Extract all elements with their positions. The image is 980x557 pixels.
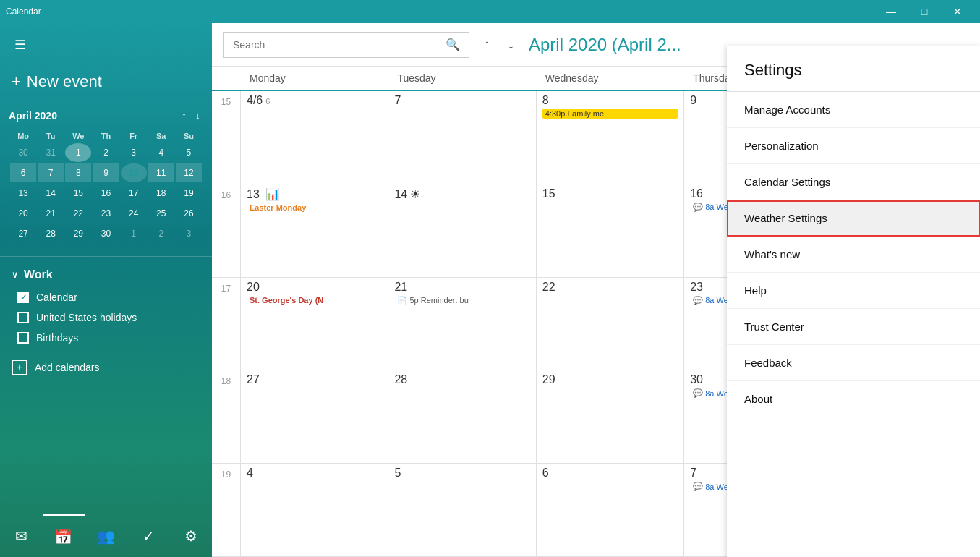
mini-cal-day[interactable]: 10 bbox=[121, 163, 147, 182]
mini-cal-next-button[interactable]: ↓ bbox=[192, 109, 203, 123]
mini-cal-day[interactable]: 14 bbox=[38, 184, 64, 203]
new-event-button[interactable]: + New event bbox=[0, 67, 212, 97]
week-number: 19 bbox=[212, 464, 241, 556]
calendar-event[interactable]: Easter Monday bbox=[247, 203, 382, 213]
mini-cal-day[interactable]: 12 bbox=[176, 163, 202, 182]
mini-cal-dow-sa: Sa bbox=[148, 130, 174, 142]
calendar-item[interactable]: Birthdays bbox=[6, 328, 206, 348]
calendar-day-cell[interactable]: 13📊Easter Monday bbox=[241, 184, 388, 277]
search-input[interactable] bbox=[233, 39, 446, 51]
close-button[interactable]: ✕ bbox=[941, 0, 974, 23]
calendar-nav-button[interactable]: 📅 bbox=[43, 514, 85, 557]
calendar-day-cell[interactable]: 20St. George's Day (N bbox=[241, 278, 388, 370]
nav-up-button[interactable]: ↑ bbox=[478, 34, 496, 55]
calendar-item[interactable]: United States holidays bbox=[6, 307, 206, 328]
mini-cal-day[interactable]: 3 bbox=[121, 143, 147, 162]
mini-cal-day[interactable]: 16 bbox=[93, 184, 119, 203]
mini-cal-day[interactable]: 29 bbox=[65, 224, 91, 243]
day-number-big: 21 bbox=[394, 281, 407, 294]
add-icon: + bbox=[12, 360, 27, 375]
mini-cal-day[interactable]: 1 bbox=[65, 143, 91, 162]
calendar-day-cell[interactable]: 14☀ bbox=[388, 184, 536, 277]
settings-menu-item[interactable]: Personalization bbox=[727, 128, 980, 164]
add-calendars-label: Add calendars bbox=[35, 362, 100, 373]
calendar-event[interactable]: 📄 5p Reminder: bu bbox=[394, 295, 529, 306]
mini-cal-day[interactable]: 15 bbox=[65, 184, 91, 203]
mini-cal-day[interactable]: 3 bbox=[176, 224, 202, 243]
calendar-event[interactable]: 4:30p Family me bbox=[542, 109, 678, 119]
mini-cal-day[interactable]: 22 bbox=[65, 204, 91, 223]
hamburger-button[interactable]: ☰ bbox=[12, 34, 29, 56]
calendar-day-cell[interactable]: 29 bbox=[537, 370, 684, 463]
calendar-day-cell[interactable]: 28 bbox=[388, 370, 536, 463]
day-number-big: 27 bbox=[247, 373, 260, 386]
mini-cal-day[interactable]: 18 bbox=[148, 184, 174, 203]
mini-cal-day[interactable]: 23 bbox=[93, 204, 119, 223]
mini-cal-day[interactable]: 30 bbox=[93, 224, 119, 243]
calendar-day-cell[interactable]: 84:30p Family me bbox=[537, 91, 684, 184]
calendar-day-cell[interactable]: 15 bbox=[537, 184, 684, 277]
mini-cal-day[interactable]: 5 bbox=[176, 143, 202, 162]
mini-cal-day[interactable]: 2 bbox=[148, 224, 174, 243]
calendar-event[interactable]: St. George's Day (N bbox=[247, 295, 382, 305]
calendar-day-cell[interactable]: 7 bbox=[388, 91, 536, 184]
plus-icon: + bbox=[12, 72, 21, 91]
settings-menu-item[interactable]: What's new bbox=[727, 237, 980, 273]
settings-menu-item[interactable]: Trust Center bbox=[727, 309, 980, 345]
mini-cal-day[interactable]: 25 bbox=[148, 204, 174, 223]
mini-cal-day[interactable]: 2 bbox=[93, 143, 119, 162]
settings-nav-button[interactable]: ⚙ bbox=[169, 514, 212, 557]
mini-cal-day[interactable]: 4 bbox=[148, 143, 174, 162]
minimize-button[interactable]: — bbox=[874, 0, 908, 23]
mini-cal-day[interactable]: 20 bbox=[10, 204, 36, 223]
mini-cal-prev-button[interactable]: ↑ bbox=[179, 109, 189, 123]
calendar-checkbox[interactable] bbox=[17, 292, 29, 303]
mini-cal-day[interactable]: 19 bbox=[176, 184, 202, 203]
calendar-day-cell[interactable]: 6 bbox=[537, 464, 684, 556]
add-calendars-button[interactable]: + Add calendars bbox=[0, 354, 212, 381]
settings-menu-item[interactable]: About bbox=[727, 381, 980, 417]
tasks-nav-button[interactable]: ✓ bbox=[127, 514, 170, 557]
mini-cal-day[interactable]: 30 bbox=[10, 143, 36, 162]
mail-nav-button[interactable]: ✉ bbox=[0, 514, 43, 557]
mini-cal-day[interactable]: 24 bbox=[121, 204, 147, 223]
mini-cal-day[interactable]: 31 bbox=[38, 143, 64, 162]
maximize-button[interactable]: □ bbox=[908, 0, 941, 23]
day-number: 15 bbox=[542, 187, 678, 200]
calendar-day-cell[interactable]: 21📄 5p Reminder: bu bbox=[388, 278, 536, 370]
mini-cal-day[interactable]: 1 bbox=[121, 224, 147, 243]
settings-menu-item[interactable]: Feedback bbox=[727, 345, 980, 381]
settings-menu-item[interactable]: Calendar Settings bbox=[727, 164, 980, 200]
work-section-header[interactable]: ∨ Work bbox=[6, 263, 206, 287]
settings-menu-item[interactable]: Manage Accounts bbox=[727, 92, 980, 128]
calendar-checkbox[interactable] bbox=[17, 332, 29, 344]
mini-cal-day[interactable]: 21 bbox=[38, 204, 64, 223]
mini-cal-day[interactable]: 8 bbox=[65, 163, 91, 182]
day-number-big: 8 bbox=[542, 94, 549, 107]
nav-down-button[interactable]: ↓ bbox=[502, 34, 520, 55]
mini-cal-day[interactable]: 26 bbox=[176, 204, 202, 223]
header-wednesday: Wednesday bbox=[537, 67, 684, 90]
mini-cal-dow-su: Su bbox=[176, 130, 202, 142]
calendar-day-cell[interactable]: 5 bbox=[388, 464, 536, 556]
mini-cal-day[interactable]: 28 bbox=[38, 224, 64, 243]
mini-cal-day[interactable]: 9 bbox=[93, 163, 119, 182]
mini-cal-day[interactable]: 6 bbox=[10, 163, 36, 182]
mini-cal-day[interactable]: 7 bbox=[38, 163, 64, 182]
calendar-day-cell[interactable]: 4/66 bbox=[241, 91, 388, 184]
day-number: 27 bbox=[247, 373, 382, 386]
calendar-item[interactable]: Calendar bbox=[6, 287, 206, 307]
calendar-day-cell[interactable]: 27 bbox=[241, 370, 388, 463]
mini-cal-day[interactable]: 17 bbox=[121, 184, 147, 203]
calendar-day-cell[interactable]: 4 bbox=[241, 464, 388, 556]
header-monday: Monday bbox=[241, 67, 388, 90]
mini-cal-day[interactable]: 11 bbox=[148, 163, 174, 182]
calendar-day-cell[interactable]: 22 bbox=[537, 278, 684, 370]
calendar-checkbox[interactable] bbox=[17, 312, 29, 323]
day-number-small: 6 bbox=[265, 97, 270, 106]
mini-cal-day[interactable]: 27 bbox=[10, 224, 36, 243]
settings-menu-item[interactable]: Weather Settings bbox=[727, 200, 980, 237]
mini-cal-day[interactable]: 13 bbox=[10, 184, 36, 203]
settings-menu-item[interactable]: Help bbox=[727, 273, 980, 309]
people-nav-button[interactable]: 👥 bbox=[85, 514, 127, 557]
